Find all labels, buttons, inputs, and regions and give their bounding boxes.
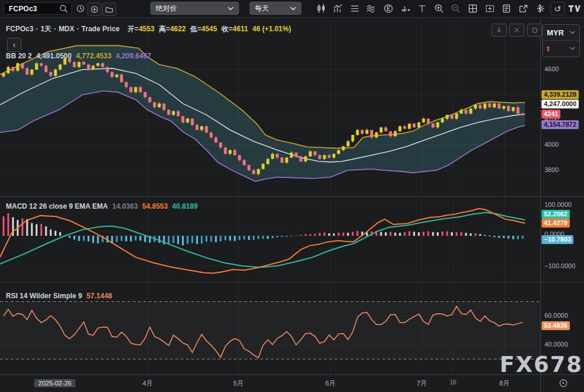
chevron-down-icon	[570, 31, 575, 34]
price-mode-value: 绝对价	[156, 4, 177, 14]
price-label: 4,339.2128	[542, 90, 579, 99]
axis-tick: −100.0000	[544, 262, 575, 269]
time-axis-label: 5月	[233, 379, 243, 388]
rsi-legend[interactable]: RSI 14 Wilder Simple 9 57.1448	[6, 292, 114, 300]
low-value: 4545	[201, 25, 217, 33]
tool-icon-strip	[314, 0, 547, 17]
export-chart-icon[interactable]	[516, 2, 530, 15]
chevron-down-icon	[290, 6, 296, 11]
time-axis-label: 16	[450, 379, 456, 386]
time-scale[interactable]: 2025-02-264月5月6月7月168月	[0, 375, 584, 392]
price-scale[interactable]: MYR t 46004400420040003800100.00000.0000…	[541, 17, 584, 374]
currency-dropdown[interactable]: MYR	[543, 25, 579, 41]
legend-series: Trade Price	[81, 25, 120, 33]
currency-unit-selector: MYR t	[542, 24, 580, 57]
tradingview-logo	[567, 2, 582, 15]
alert-icon[interactable]	[398, 2, 412, 15]
macd-line-value: 54.8553	[142, 202, 168, 210]
axis-tick: 60.0000	[544, 312, 568, 319]
chevron-down-icon	[570, 47, 575, 50]
legend-exchange: MDX	[58, 25, 74, 33]
price-mode-dropdown[interactable]: 绝对价	[150, 2, 239, 15]
time-axis-label: 8月	[499, 379, 509, 388]
maximize-pane-button[interactable]	[527, 24, 542, 37]
time-axis-label: 7月	[416, 379, 426, 388]
axis-tick: 3800	[544, 166, 559, 173]
back-button[interactable]: ‹	[7, 38, 21, 52]
time-axis-target-icon[interactable]	[558, 378, 569, 388]
price-label: 53.4836	[542, 321, 570, 330]
unit-value: t	[547, 44, 549, 53]
macd-title: MACD 12 26 close 9 EMA EMA	[6, 202, 108, 210]
price-label: 4,247.0000	[542, 100, 579, 108]
pane-buttons	[491, 24, 542, 37]
range-start-date: 2025-02-26	[34, 379, 76, 387]
top-toolbar: FCPOc3 绝对价 每天 ↺	[0, 0, 584, 18]
move-pane-down-button[interactable]	[491, 24, 507, 37]
events-icon[interactable]	[381, 2, 395, 15]
reset-chart-button[interactable]: ↺	[550, 2, 565, 15]
price-label: −10.7803	[542, 235, 573, 244]
axis-tick: 4600	[544, 65, 559, 73]
fx678-watermark: FX678	[500, 352, 583, 377]
chevron-down-icon	[228, 6, 234, 11]
text-tool-icon[interactable]	[415, 2, 429, 15]
collapse-pane-button[interactable]	[509, 24, 524, 37]
symbol-search-value: FCPOc3	[9, 5, 58, 13]
bb-title: BB 20 2	[6, 52, 32, 60]
axis-tick: 40.0000	[544, 341, 568, 348]
time-axis-label: 4月	[142, 379, 152, 388]
close-value: 4611	[232, 25, 248, 33]
notes-icon[interactable]	[500, 2, 514, 15]
compare-icon[interactable]	[331, 2, 345, 15]
axis-tick: 100.0000	[544, 201, 572, 208]
time-axis-label: 6月	[325, 379, 335, 388]
unit-dropdown[interactable]: t	[543, 41, 579, 56]
symbol-search-input[interactable]: FCPOc3	[4, 2, 72, 15]
add-symbol-button[interactable]	[87, 2, 101, 16]
axis-tick: 4000	[544, 141, 559, 148]
folder-icon[interactable]	[102, 2, 116, 16]
macd-hist-value: 14.0363	[112, 202, 137, 210]
chart-style-candles-icon[interactable]	[314, 2, 328, 15]
high-value: 4622	[170, 25, 186, 33]
rsi-title: RSI 14 Wilder Simple 9	[6, 292, 82, 300]
settings-gear-icon[interactable]	[533, 2, 547, 15]
currency-value: MYR	[547, 28, 564, 37]
macd-legend[interactable]: MACD 12 26 close 9 EMA EMA 14.0363 54.85…	[6, 202, 200, 210]
price-label: 4241	[542, 110, 560, 118]
zoom-out-icon[interactable]	[449, 2, 463, 15]
change-value: 46 (+1.01%)	[252, 25, 291, 33]
bb-upper-value: 4,772.4533	[76, 52, 111, 60]
main-legend[interactable]: FCPOc3·1天·MDX·Trade Price 开=4553 高=4622 …	[6, 24, 293, 34]
rsi-value: 57.1448	[87, 292, 112, 300]
toolbar-right-group: ↺	[533, 0, 582, 17]
bb-lower-value: 4,209.6467	[116, 52, 151, 60]
search-icon	[58, 4, 69, 14]
interval-dropdown[interactable]: 每天	[250, 2, 301, 15]
trading-chart-app: FCPOc3 绝对价 每天 ↺	[0, 0, 584, 392]
layers-icon[interactable]	[347, 2, 362, 15]
legend-interval: 1天	[41, 25, 52, 33]
open-value: 4553	[139, 25, 155, 33]
screenshot-icon[interactable]	[483, 2, 497, 15]
bb-basis-value: 4,491.0500	[36, 52, 71, 60]
price-label: 52.2082	[542, 210, 570, 219]
bb-legend[interactable]: BB 20 2 4,491.0500 4,772.4533 4,209.6467	[6, 52, 153, 60]
legend-symbol: FCPOc3	[6, 25, 34, 33]
macd-signal-value: 40.8189	[172, 202, 198, 210]
interval-value: 每天	[255, 4, 269, 14]
zoom-in-icon[interactable]	[432, 2, 446, 15]
axis-corner-divider	[540, 375, 541, 392]
clock-icon[interactable]	[74, 2, 86, 15]
price-label: 4,154.7872	[542, 120, 579, 129]
price-label: 41.4279	[542, 219, 570, 228]
grid-layout-icon[interactable]	[465, 2, 480, 15]
indicators-icon[interactable]	[365, 2, 379, 15]
